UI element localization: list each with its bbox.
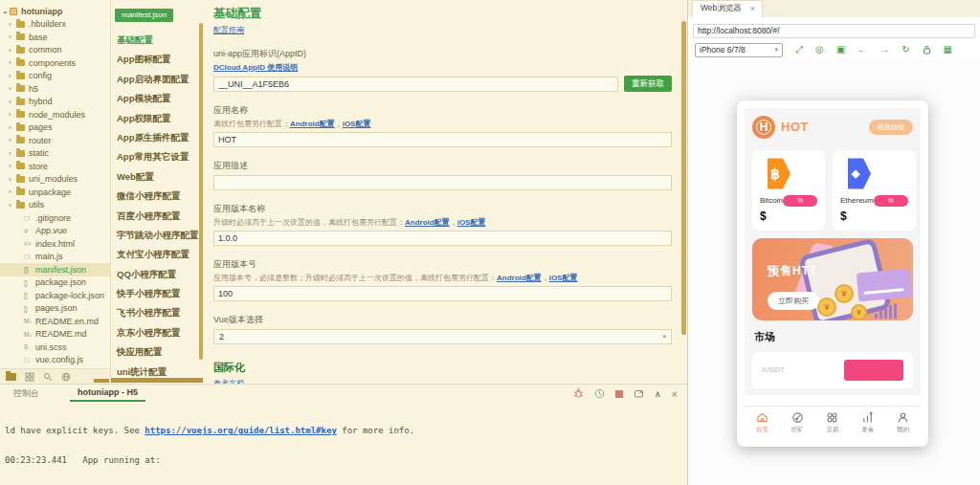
ethereum-card[interactable]: ◆ Ethereum % $	[833, 150, 916, 231]
tree-folder[interactable]: store	[0, 160, 110, 173]
section-item[interactable]: App启动界面配置	[111, 70, 204, 89]
tree-file[interactable]: M↓ README.md	[0, 328, 110, 342]
ios-config-link[interactable]: iOS配置	[343, 120, 371, 128]
files-view-icon[interactable]	[6, 373, 16, 381]
buy-now-button[interactable]: 立即购买	[768, 292, 819, 310]
tree-folder[interactable]: common	[0, 44, 110, 57]
close-icon[interactable]: ×	[750, 5, 755, 12]
market-row[interactable]: /USDT	[752, 352, 913, 388]
vertical-scrollbar[interactable]	[681, 21, 686, 335]
section-item[interactable]: 字节跳动小程序配置	[111, 226, 204, 245]
collapse-panel-icon[interactable]: ∧	[655, 389, 661, 399]
tree-file-selected[interactable]: {} manifest.json	[0, 263, 110, 276]
tab-home[interactable]: 首页	[745, 407, 780, 439]
ios-config-link[interactable]: iOS配置	[549, 274, 578, 282]
tree-folder[interactable]: base	[0, 31, 110, 44]
tree-file[interactable]: ▢ main.js	[0, 251, 110, 264]
vertical-scrollbar[interactable]	[199, 23, 203, 360]
connect-wallet-button[interactable]: 链接钱包	[869, 120, 913, 135]
section-item[interactable]: App常用其它设置	[111, 147, 204, 166]
section-item[interactable]: 快手小程序配置	[111, 284, 204, 303]
tree-file[interactable]: [] pages.json	[0, 302, 110, 316]
forward-icon[interactable]: →	[880, 45, 889, 55]
section-item[interactable]: 快应用配置	[111, 342, 204, 362]
log-link[interactable]: https://vuejs.org/guide/list.html#key	[145, 426, 336, 435]
tree-folder[interactable]: h5	[0, 82, 110, 96]
tab-profile[interactable]: 我的	[885, 407, 921, 439]
section-item[interactable]: 京东小程序配置	[111, 323, 204, 342]
open-window-icon[interactable]	[634, 388, 644, 399]
version-code-input[interactable]	[213, 286, 672, 301]
section-item[interactable]: 飞书小程序配置	[111, 303, 204, 322]
dcloud-appid-help-link[interactable]: DCloud AppID 使用说明	[213, 63, 298, 72]
settings-icon[interactable]: ◎	[815, 45, 824, 55]
tree-folder[interactable]: router	[0, 134, 110, 147]
horizontal-scrollbar[interactable]	[111, 378, 203, 383]
tree-folder[interactable]: components	[0, 56, 110, 70]
tree-file[interactable]: ▢ .gitignore	[0, 211, 110, 225]
section-item-active[interactable]: 基础配置	[111, 31, 204, 50]
config-guide-link[interactable]: 配置指南	[213, 26, 244, 34]
tab-fund[interactable]: 基金	[850, 407, 885, 439]
tab-trade[interactable]: 交易	[815, 407, 851, 439]
globe-icon[interactable]	[61, 372, 71, 382]
section-item[interactable]: Web配置	[111, 167, 204, 187]
refresh-icon[interactable]: ↻	[902, 45, 909, 55]
lock-icon[interactable]	[923, 45, 931, 55]
android-config-link[interactable]: Android配置	[497, 274, 542, 282]
presale-banner[interactable]: ¥ ¥ ¥ 预售HTT 立即购买	[752, 238, 913, 320]
browser-tab[interactable]: Web浏览器×	[692, 0, 763, 17]
ios-config-link[interactable]: iOS配置	[457, 218, 486, 227]
section-item[interactable]: 百度小程序配置	[111, 207, 204, 226]
section-item[interactable]: App权限配置	[111, 109, 204, 128]
tree-folder[interactable]: node_modules	[0, 108, 110, 121]
stop-icon[interactable]	[615, 390, 623, 398]
tree-file[interactable]: M↓ README.en.md	[0, 315, 110, 328]
tree-folder[interactable]: .hbuilderx	[0, 18, 110, 32]
tab-mining[interactable]: 挖矿	[780, 407, 815, 439]
tree-file[interactable]: <> index.html	[0, 237, 110, 251]
close-panel-icon[interactable]: ×	[672, 388, 678, 400]
section-item[interactable]: 微信小程序配置	[111, 187, 204, 206]
tree-folder[interactable]: unpackage	[0, 186, 110, 199]
tree-file[interactable]: [] package.json	[0, 276, 110, 290]
horizontal-scrollbar[interactable]	[94, 379, 109, 383]
tree-file[interactable]: S uni.scss	[0, 341, 110, 354]
appid-input[interactable]	[213, 77, 618, 92]
section-item[interactable]: App图标配置	[111, 50, 204, 69]
plugin-view-icon[interactable]	[25, 372, 34, 382]
back-icon[interactable]: ←	[858, 45, 867, 55]
tree-folder[interactable]: uni_modules	[0, 173, 110, 187]
section-item[interactable]: App原生插件配置	[111, 128, 204, 147]
android-config-link[interactable]: Android配置	[405, 218, 450, 227]
vue-version-select[interactable]: 2▾	[213, 329, 672, 344]
tree-folder[interactable]: utils	[0, 199, 110, 212]
tree-folder[interactable]: config	[0, 70, 110, 83]
inspect-icon[interactable]: ⤢	[795, 45, 803, 55]
tree-file[interactable]: [] package-lock.json	[0, 289, 110, 302]
url-input[interactable]	[693, 24, 975, 38]
app-name-input[interactable]	[213, 132, 672, 147]
tree-folder[interactable]: hybrid	[0, 96, 110, 109]
version-name-input[interactable]	[213, 231, 672, 246]
app-desc-input[interactable]	[213, 175, 672, 190]
qrcode-icon[interactable]: ▦	[944, 45, 952, 55]
screenshot-icon[interactable]: ▣	[836, 45, 845, 55]
history-clock-icon[interactable]	[594, 388, 605, 399]
device-select[interactable]: iPhone 6/7/8▾	[695, 43, 783, 57]
debug-bug-icon[interactable]	[573, 388, 584, 399]
section-item[interactable]: QQ小程序配置	[111, 265, 204, 284]
tree-root-project[interactable]: hotuniapp	[0, 5, 110, 18]
trade-button[interactable]	[844, 360, 903, 381]
console-tab[interactable]: hotuniapp - H5	[70, 386, 145, 402]
android-config-link[interactable]: Android配置	[290, 120, 335, 128]
bitcoin-card[interactable]: ฿ Bitcoin % $	[752, 150, 825, 231]
tree-folder[interactable]: pages	[0, 121, 110, 135]
tree-file[interactable]: ▢ vue.config.js	[0, 354, 110, 367]
tree-file[interactable]: V App.vue	[0, 225, 110, 238]
section-item[interactable]: App模块配置	[111, 89, 204, 108]
refresh-appid-button[interactable]: 重新获取	[624, 76, 672, 92]
search-icon[interactable]	[43, 372, 53, 382]
section-item[interactable]: 支付宝小程序配置	[111, 245, 204, 264]
tab-manifest-json[interactable]: manifest.json	[115, 9, 173, 22]
